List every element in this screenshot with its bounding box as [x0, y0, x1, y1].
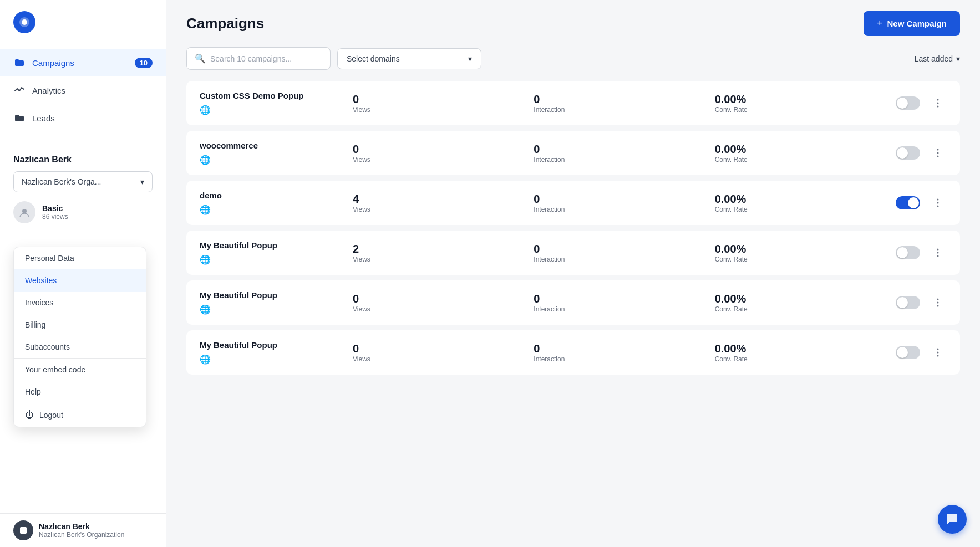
svg-point-5 [937, 103, 938, 104]
views-value: 0 [353, 342, 525, 355]
toggle-knob [908, 197, 919, 208]
campaign-card: woocommerce 🌐 0 Views 0 Interaction 0.00… [186, 131, 960, 175]
dropdown-item-subaccounts[interactable]: Subaccounts [14, 336, 146, 358]
sidebar-item-campaigns[interactable]: Campaigns 10 [0, 49, 166, 76]
interaction-label: Interaction [534, 355, 705, 363]
conv-rate-value: 0.00% [715, 243, 887, 255]
views-stat: 0 Views [353, 93, 525, 114]
sidebar-item-analytics[interactable]: Analytics [0, 76, 166, 104]
domain-select-label: Select domains [347, 54, 400, 63]
plan-info: Basic 86 views [42, 204, 68, 221]
svg-point-1 [22, 19, 27, 25]
campaign-toggle[interactable] [896, 296, 920, 309]
campaign-more-button[interactable] [929, 94, 947, 112]
sidebar-leads-label: Leads [32, 114, 55, 123]
bottom-user-info: Nazlıcan Berk Nazlıcan Berk's Organizati… [39, 522, 124, 539]
conv-rate-label: Conv. Rate [715, 305, 887, 313]
svg-point-19 [937, 349, 938, 350]
svg-point-8 [937, 152, 938, 154]
campaign-toggle[interactable] [896, 346, 920, 359]
dropdown-item-embed[interactable]: Your embed code [14, 359, 146, 381]
sort-label: Last added [915, 54, 953, 63]
power-icon: ⏻ [25, 410, 34, 420]
svg-point-14 [937, 252, 938, 254]
conv-rate-value: 0.00% [715, 293, 887, 305]
campaign-info: My Beautiful Popup 🌐 [200, 290, 344, 315]
campaign-card: My Beautiful Popup 🌐 0 Views 0 Interacti… [186, 330, 960, 375]
campaign-name: My Beautiful Popup [200, 340, 344, 350]
campaign-toggle[interactable] [896, 146, 920, 160]
interaction-value: 0 [534, 293, 705, 305]
svg-point-15 [937, 255, 938, 257]
sidebar: Campaigns 10 Analytics Leads Nazlıcan Be… [0, 0, 166, 547]
plan-name: Basic [42, 204, 68, 213]
conv-rate-stat: 0.00% Conv. Rate [715, 243, 887, 263]
conv-rate-value: 0.00% [715, 93, 887, 106]
interaction-value: 0 [534, 193, 705, 206]
dropdown-item-personal-data[interactable]: Personal Data [14, 247, 146, 269]
campaign-card: demo 🌐 4 Views 0 Interaction 0.00% Conv.… [186, 181, 960, 225]
interaction-value: 0 [534, 143, 705, 156]
dropdown-item-billing[interactable]: Billing [14, 314, 146, 336]
campaign-card: My Beautiful Popup 🌐 0 Views 0 Interacti… [186, 280, 960, 325]
campaign-more-button[interactable] [929, 194, 947, 212]
svg-point-18 [937, 305, 938, 307]
campaign-info: My Beautiful Popup 🌐 [200, 340, 344, 365]
dropdown-item-help[interactable]: Help [14, 381, 146, 403]
chat-button[interactable] [938, 505, 967, 534]
sidebar-item-leads[interactable]: Leads [0, 104, 166, 132]
interaction-label: Interaction [534, 206, 705, 213]
campaign-toggle[interactable] [896, 196, 920, 209]
interaction-label: Interaction [534, 156, 705, 163]
campaign-more-button[interactable] [929, 294, 947, 311]
campaign-more-button[interactable] [929, 244, 947, 262]
campaign-card: My Beautiful Popup 🌐 2 Views 0 Interacti… [186, 231, 960, 275]
logo-area [0, 0, 166, 44]
svg-point-13 [937, 249, 938, 251]
campaign-info: woocommerce 🌐 [200, 141, 344, 165]
interaction-stat: 0 Interaction [534, 143, 705, 163]
interaction-stat: 0 Interaction [534, 93, 705, 114]
svg-point-2 [22, 209, 27, 213]
campaign-info: Custom CSS Demo Popup 🌐 [200, 91, 344, 115]
views-value: 2 [353, 243, 525, 255]
org-dropdown[interactable]: Nazlıcan Berk's Orga... ▾ [13, 171, 153, 192]
views-stat: 4 Views [353, 193, 525, 213]
dropdown-item-logout[interactable]: ⏻ Logout [14, 403, 146, 427]
conv-rate-value: 0.00% [715, 193, 887, 206]
interaction-stat: 0 Interaction [534, 293, 705, 313]
globe-icon: 🌐 [200, 105, 344, 115]
globe-icon: 🌐 [200, 155, 344, 165]
search-input[interactable] [210, 54, 310, 63]
campaign-toggle[interactable] [896, 246, 920, 259]
conv-rate-label: Conv. Rate [715, 156, 887, 163]
conv-rate-value: 0.00% [715, 342, 887, 355]
views-value: 0 [353, 293, 525, 305]
campaign-more-button[interactable] [929, 144, 947, 162]
sidebar-nav: Campaigns 10 Analytics Leads [0, 44, 166, 136]
views-stat: 0 Views [353, 293, 525, 313]
conv-rate-stat: 0.00% Conv. Rate [715, 293, 887, 313]
account-dropdown-menu: Personal Data Websites Invoices Billing … [13, 247, 146, 427]
interaction-label: Interaction [534, 255, 705, 263]
toggle-knob [897, 147, 908, 159]
sort-button[interactable]: Last added ▾ [915, 54, 960, 63]
dropdown-item-invoices[interactable]: Invoices [14, 292, 146, 314]
campaign-name: Custom CSS Demo Popup [200, 91, 344, 100]
conv-rate-label: Conv. Rate [715, 255, 887, 263]
campaign-more-button[interactable] [929, 344, 947, 361]
views-label: Views [353, 206, 525, 213]
campaign-list: Custom CSS Demo Popup 🌐 0 Views 0 Intera… [166, 81, 980, 547]
conv-rate-label: Conv. Rate [715, 106, 887, 114]
toggle-knob [897, 297, 908, 308]
dropdown-item-websites[interactable]: Websites [14, 269, 146, 292]
campaign-info: My Beautiful Popup 🌐 [200, 241, 344, 265]
interaction-value: 0 [534, 243, 705, 255]
new-campaign-button[interactable]: + New Campaign [864, 11, 960, 36]
campaign-toggle[interactable] [896, 96, 920, 110]
campaign-name: My Beautiful Popup [200, 241, 344, 250]
plan-avatar [13, 201, 35, 223]
domain-select[interactable]: Select domains ▾ [337, 48, 481, 69]
user-section: Nazlıcan Berk Nazlıcan Berk's Orga... ▾ … [0, 146, 166, 232]
plan-row: Basic 86 views [13, 201, 153, 223]
